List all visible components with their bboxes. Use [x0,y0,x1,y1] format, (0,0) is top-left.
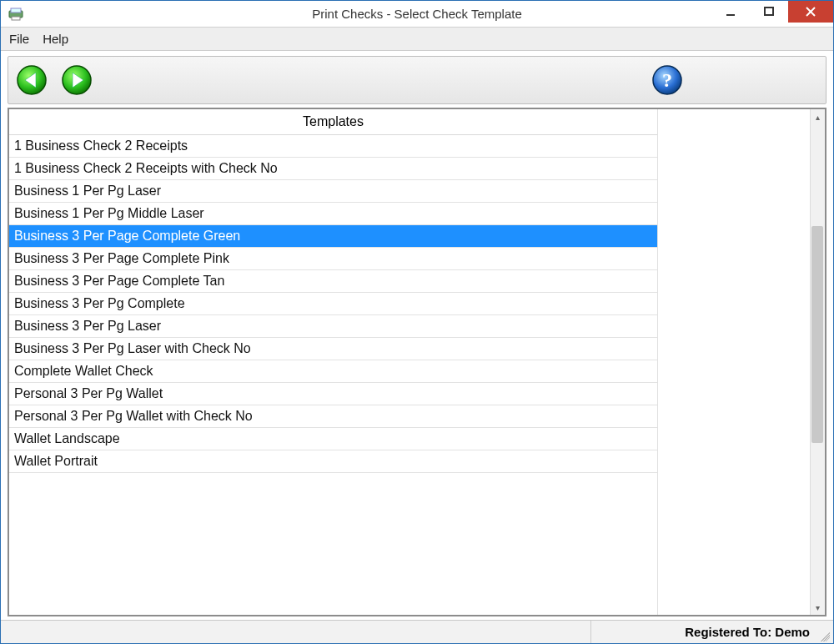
template-row[interactable]: Business 3 Per Page Complete Green [9,225,657,248]
menu-help[interactable]: Help [43,32,68,46]
window-title: Print Checks - Select Check Template [312,7,522,21]
resize-grip-icon[interactable] [818,630,830,641]
scroll-thumb[interactable] [811,226,823,443]
menubar: File Help [1,28,833,51]
registered-label: Registered To: Demo [685,625,810,639]
template-row[interactable]: Business 1 Per Pg Middle Laser [9,203,657,225]
close-button[interactable] [788,1,833,23]
status-separator [8,621,591,643]
maximize-button[interactable] [750,1,788,23]
svg-rect-1 [11,8,21,13]
app-icon [8,6,24,23]
template-row[interactable]: Business 3 Per Pg Laser with Check No [9,338,657,360]
vertical-scrollbar[interactable]: ▴ ▾ [810,109,825,615]
preview-panel: ▴ ▾ [658,109,825,615]
forward-button[interactable] [60,63,93,97]
template-row[interactable]: Wallet Portrait [9,450,657,473]
template-row[interactable]: 1 Business Check 2 Receipts with Check N… [9,158,657,180]
svg-rect-2 [12,17,20,20]
template-row[interactable]: Personal 3 Per Pg Wallet with Check No [9,405,657,428]
template-row[interactable]: Complete Wallet Check [9,360,657,383]
template-row[interactable]: Business 3 Per Page Complete Tan [9,270,657,293]
template-row[interactable]: 1 Business Check 2 Receipts [9,135,657,158]
scroll-up-icon[interactable]: ▴ [811,109,825,124]
back-button[interactable] [15,63,48,97]
app-window: Print Checks - Select Check Template Fil… [0,0,834,644]
window-controls [711,1,833,23]
template-row[interactable]: Business 3 Per Pg Laser [9,315,657,338]
scroll-down-icon[interactable]: ▾ [811,600,825,615]
titlebar: Print Checks - Select Check Template [1,1,833,28]
template-row[interactable]: Personal 3 Per Pg Wallet [9,383,657,405]
toolbar-container: ? [1,51,833,108]
menu-file[interactable]: File [9,32,29,46]
minimize-button[interactable] [711,1,750,23]
svg-text:?: ? [662,69,672,91]
statusbar: Registered To: Demo [1,620,833,643]
client-area: Templates 1 Business Check 2 Receipts1 B… [8,108,826,616]
templates-header: Templates [9,109,657,135]
template-row[interactable]: Business 3 Per Pg Complete [9,293,657,315]
toolbar: ? [8,56,826,104]
template-row[interactable]: Wallet Landscape [9,428,657,450]
templates-listbox[interactable]: Templates 1 Business Check 2 Receipts1 B… [9,109,658,615]
template-row[interactable]: Business 1 Per Pg Laser [9,180,657,203]
template-row[interactable]: Business 3 Per Page Complete Pink [9,248,657,270]
help-button[interactable]: ? [651,63,684,97]
svg-rect-4 [765,8,773,15]
